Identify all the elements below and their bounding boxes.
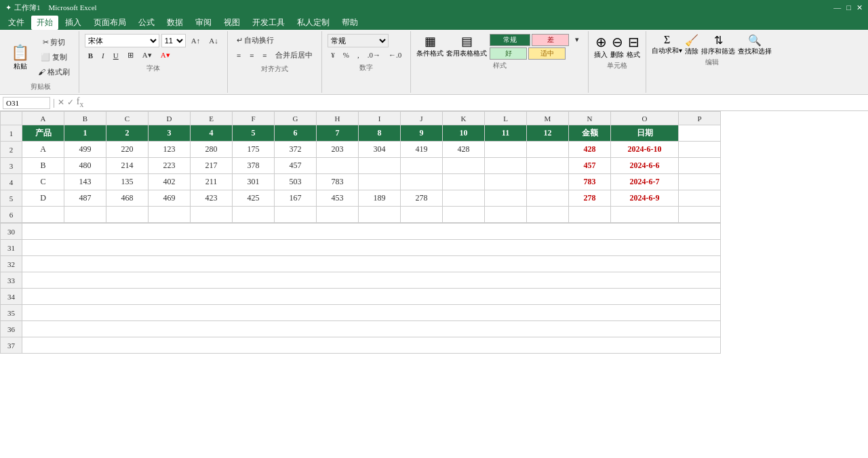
cell-e3[interactable]: 217 (191, 158, 233, 174)
col-header-f[interactable]: F (233, 112, 275, 125)
menu-view[interactable]: 视图 (218, 16, 245, 30)
cell-b3[interactable]: 480 (64, 158, 106, 174)
cell-row32[interactable] (22, 256, 721, 272)
cell-i3[interactable] (359, 158, 401, 174)
col-header-a[interactable]: A (22, 112, 64, 125)
row-num-4[interactable]: 4 (1, 174, 22, 190)
cell-i4[interactable] (359, 174, 401, 190)
cell-c4[interactable]: 135 (106, 174, 149, 190)
insert-function-icon[interactable]: fx (77, 96, 84, 109)
cell-j4[interactable] (401, 174, 443, 190)
cell-p5[interactable] (679, 190, 721, 207)
align-center-button[interactable]: ≡ (246, 49, 257, 62)
cell-a3[interactable]: B (22, 158, 64, 174)
border-button[interactable]: ⊞ (124, 49, 137, 61)
cell-e1[interactable]: 4 (191, 125, 233, 142)
paste-button[interactable]: 📋 粘贴 (8, 43, 32, 72)
cell-l2[interactable] (485, 142, 527, 158)
cell-row35[interactable] (22, 305, 721, 321)
cell-k1[interactable]: 10 (443, 125, 485, 142)
cell-e6[interactable] (191, 207, 233, 223)
col-header-n[interactable]: N (569, 112, 611, 125)
cell-row30[interactable] (22, 224, 721, 240)
clear-button[interactable]: 🧹 清除 (685, 34, 698, 56)
cell-d1[interactable]: 3 (149, 125, 191, 142)
cell-m5[interactable] (527, 190, 569, 207)
cell-c6[interactable] (106, 207, 149, 223)
cell-o4[interactable]: 2024-6-7 (611, 174, 679, 190)
cell-n6[interactable] (569, 207, 611, 223)
cell-j6[interactable] (401, 207, 443, 223)
cell-f1[interactable]: 5 (233, 125, 275, 142)
underline-button[interactable]: U (110, 50, 122, 61)
col-header-o[interactable]: O (611, 112, 679, 125)
decrease-font-button[interactable]: A↓ (205, 35, 221, 46)
row-num-2[interactable]: 2 (1, 142, 22, 158)
cell-o6[interactable] (611, 207, 679, 223)
confirm-formula-icon[interactable]: ✓ (67, 98, 74, 108)
cell-j3[interactable] (401, 158, 443, 174)
col-header-c[interactable]: C (106, 112, 149, 125)
cell-k3[interactable] (443, 158, 485, 174)
menu-help[interactable]: 帮助 (336, 16, 363, 30)
cell-n3[interactable]: 457 (569, 158, 611, 174)
menu-data[interactable]: 数据 (161, 16, 189, 30)
cell-i5[interactable]: 189 (359, 190, 401, 207)
align-left-button[interactable]: ≡ (233, 49, 244, 62)
align-right-button[interactable]: ≡ (259, 49, 270, 62)
cell-f3[interactable]: 378 (233, 158, 275, 174)
menu-page-layout[interactable]: 页面布局 (88, 16, 132, 30)
cell-p6[interactable] (679, 207, 721, 223)
insert-cell-button[interactable]: ⊕ 插入 (594, 34, 608, 60)
wrap-text-button[interactable]: ↵ 自动换行 (233, 34, 278, 47)
menu-insert[interactable]: 插入 (60, 16, 87, 30)
cell-row36[interactable] (22, 321, 721, 337)
cell-j2[interactable]: 419 (401, 142, 443, 158)
col-header-l[interactable]: L (485, 112, 527, 125)
cell-n5[interactable]: 278 (569, 190, 611, 207)
menu-formula[interactable]: 公式 (133, 16, 160, 30)
menu-home[interactable]: 开始 (31, 16, 58, 30)
row-num-35[interactable]: 35 (1, 305, 22, 321)
cell-h3[interactable] (317, 158, 359, 174)
cell-h5[interactable]: 453 (317, 190, 359, 207)
cell-d2[interactable]: 123 (149, 142, 191, 158)
cell-l3[interactable] (485, 158, 527, 174)
cell-row31[interactable] (22, 240, 721, 256)
cell-p3[interactable] (679, 158, 721, 174)
cell-l6[interactable] (485, 207, 527, 223)
cell-b2[interactable]: 499 (64, 142, 106, 158)
cell-e2[interactable]: 280 (191, 142, 233, 158)
conditional-format-button[interactable]: ▦ 条件格式 (416, 34, 443, 58)
cell-m1[interactable]: 12 (527, 125, 569, 142)
fill-color-button[interactable]: A▾ (139, 49, 155, 61)
cell-f5[interactable]: 425 (233, 190, 275, 207)
cell-n1[interactable]: 金额 (569, 125, 611, 142)
row-num-6[interactable]: 6 (1, 207, 22, 223)
minimize-btn[interactable]: — (833, 3, 841, 12)
cell-e4[interactable]: 211 (191, 174, 233, 190)
cell-c5[interactable]: 468 (106, 190, 149, 207)
cell-h2[interactable]: 203 (317, 142, 359, 158)
col-header-k[interactable]: K (443, 112, 485, 125)
cell-m4[interactable] (527, 174, 569, 190)
cell-a4[interactable]: C (22, 174, 64, 190)
cell-j1[interactable]: 9 (401, 125, 443, 142)
cell-k6[interactable] (443, 207, 485, 223)
sort-filter-button[interactable]: ⇅ 排序和筛选 (701, 34, 735, 56)
col-header-g[interactable]: G (275, 112, 317, 125)
cell-c3[interactable]: 214 (106, 158, 149, 174)
cell-o3[interactable]: 2024-6-6 (611, 158, 679, 174)
cell-m2[interactable] (527, 142, 569, 158)
cell-a1[interactable]: 产品 (22, 125, 64, 142)
italic-button[interactable]: I (98, 50, 108, 61)
find-select-button[interactable]: 🔍 查找和选择 (738, 34, 772, 56)
col-header-i[interactable]: I (359, 112, 401, 125)
cell-a2[interactable]: A (22, 142, 64, 158)
cell-a5[interactable]: D (22, 190, 64, 207)
row-num-32[interactable]: 32 (1, 256, 22, 272)
col-header-b[interactable]: B (64, 112, 106, 125)
increase-decimal-button[interactable]: .0→ (364, 49, 384, 60)
cell-l5[interactable] (485, 190, 527, 207)
cell-g4[interactable]: 503 (275, 174, 317, 190)
